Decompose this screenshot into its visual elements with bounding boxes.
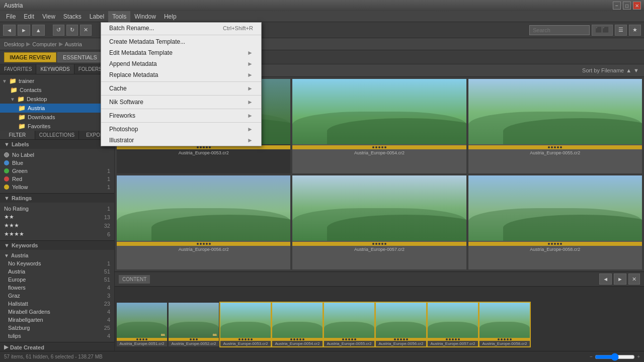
image-label-4: Austria_Europe-0058.cr2 (468, 246, 642, 253)
list-view-button[interactable]: ☰ (615, 25, 627, 36)
menu-stacks[interactable]: Stacks (59, 11, 86, 22)
image-cell-2[interactable]: Austria_Europe-0056.cr2 (117, 175, 290, 270)
dd-fireworks-arrow: ► (247, 112, 253, 119)
dd-append-metadata[interactable]: Append Metadata ► (101, 58, 261, 69)
rotate-left-button[interactable]: ↺ (53, 25, 64, 36)
filmstrip-scroll-left[interactable]: ◄ (599, 274, 612, 285)
filter-tab-collections[interactable]: COLLECTIONS (35, 131, 79, 139)
dd-niksoftware[interactable]: Nik Software ► (101, 97, 261, 108)
menu-tools[interactable]: Tools (108, 11, 130, 22)
breadcrumb-desktop[interactable]: Desktop (4, 41, 24, 47)
filter-tab-filter[interactable]: FILTER (0, 131, 35, 139)
back-button[interactable]: ◄ (3, 25, 16, 36)
up-button[interactable]: ▲ (32, 25, 45, 36)
label-blue[interactable]: Blue (0, 159, 114, 167)
film-item-0051[interactable]: 🏘 Austria_Europe-0051.cr2 (117, 303, 167, 346)
rotate-right-button[interactable]: ↻ (66, 25, 78, 36)
tab-favorites[interactable]: FAVORITES (0, 64, 36, 74)
kw-mirabellgardens[interactable]: Mirabell Gardens 4 (0, 308, 114, 316)
star-bar-1 (468, 145, 642, 149)
forward-button[interactable]: ► (18, 25, 30, 36)
zoom-out-icon[interactable]: − (590, 354, 593, 359)
label-yellow[interactable]: Yellow 1 (0, 183, 114, 191)
filmstrip-tab-content[interactable]: CONTENT (119, 275, 150, 284)
film-item-0054[interactable]: Austria_Europe-0054.cr2 (272, 303, 323, 346)
kw-graz-label: Graz (8, 293, 20, 299)
zoom-in-icon[interactable]: + (637, 354, 640, 359)
kw-austria-label: Austria (8, 268, 25, 275)
dd-photoshop[interactable]: Photoshop ► (101, 124, 261, 135)
dd-cache-arrow: ► (247, 85, 253, 92)
search-input[interactable] (529, 25, 590, 35)
nolabel-dot (4, 152, 9, 157)
dd-batch-rename[interactable]: Batch Rename... Ctrl+Shift+R (101, 23, 261, 34)
film-item-0056[interactable]: Austria_Europe-0056.cr2 (376, 303, 426, 346)
tree-contacts[interactable]: 📁 Contacts (0, 85, 114, 95)
filmstrip-close[interactable]: ✕ (628, 274, 640, 285)
star-bar-2 (117, 242, 290, 246)
menu-window[interactable]: Window (130, 11, 160, 22)
dd-replace-metadata-label: Replace Metadata (109, 71, 158, 78)
kw-mirabellgarten[interactable]: Mirabellgarten 4 (0, 316, 114, 324)
view-image-review[interactable]: IMAGE REVIEW (4, 52, 56, 62)
film-item-0058[interactable]: Austria_Europe-0058.cr2 (479, 303, 530, 346)
film-item-0052[interactable]: 🏘 Austria_Europe-0052.cr2 (169, 303, 219, 346)
filmstrip-scroll-right[interactable]: ► (614, 274, 626, 285)
rating-3star[interactable]: ★★★ 32 (0, 221, 114, 230)
ratings-header[interactable]: ▼ Ratings (0, 194, 114, 203)
menu-edit[interactable]: Edit (20, 11, 38, 22)
kw-flowers[interactable]: flowers 4 (0, 284, 114, 292)
tab-keywords[interactable]: KEYWORDS (36, 64, 74, 74)
tree-trainer[interactable]: ▼ 📁 trainer (0, 76, 114, 85)
maximize-button[interactable]: □ (623, 2, 631, 10)
film-item-0057[interactable]: Austria_Europe-0057.cr2 (428, 303, 478, 346)
kw-nokeywords[interactable]: No Keywords 1 (0, 259, 114, 267)
dd-fireworks[interactable]: Fireworks ► (101, 110, 261, 121)
film-item-0055[interactable]: Austria_Europe-0055.cr2 (324, 303, 374, 346)
menu-label[interactable]: Label (86, 11, 108, 22)
tree-favorites[interactable]: 📁 Favorites (0, 122, 114, 131)
keywords-header[interactable]: ▼ Keywords (0, 241, 114, 250)
tree-desktop[interactable]: ▼ 📁 Desktop (0, 95, 114, 104)
rating-4star[interactable]: ★★★★ 6 (0, 230, 114, 238)
kw-tulips[interactable]: tulips 4 (0, 332, 114, 340)
image-cell-3[interactable]: Austria_Europe-0057.cr2 (292, 175, 466, 270)
dd-replace-metadata[interactable]: Replace Metadata ► (101, 69, 261, 80)
dd-create-metadata[interactable]: Create Metadata Template... (101, 36, 261, 47)
minimize-button[interactable]: − (613, 2, 621, 10)
menu-file[interactable]: File (2, 11, 20, 22)
sort-control[interactable]: Sort by Filename ▲ ▼ (582, 67, 639, 73)
austria-keywords-header[interactable]: ▼ Austria (0, 252, 114, 259)
breadcrumb-austria[interactable]: Austria (65, 41, 82, 47)
label-nolabel[interactable]: No Label (0, 151, 114, 159)
view-essentials[interactable]: ESSENTIALS (57, 52, 103, 62)
grid-view-button[interactable]: ⬛⬛ (592, 25, 613, 36)
image-cell-1[interactable]: Austria_Europe-0055.cr2 (468, 79, 642, 173)
kw-austria[interactable]: Austria 51 (0, 267, 114, 276)
menu-help[interactable]: Help (160, 11, 181, 22)
kw-graz[interactable]: Graz 3 (0, 292, 114, 300)
tree-austria[interactable]: 📁 Austria (0, 104, 114, 113)
kw-salzburg[interactable]: Salzburg 25 (0, 324, 114, 332)
dd-cache[interactable]: Cache ► (101, 83, 261, 94)
star-filter-button[interactable]: ★ (629, 25, 641, 36)
delete-button[interactable]: ✕ (80, 25, 92, 36)
tree-downloads[interactable]: 📁 Downloads (0, 113, 114, 122)
close-button[interactable]: ✕ (633, 2, 641, 10)
label-green[interactable]: Green 1 (0, 167, 114, 175)
kw-europe[interactable]: Europe 51 (0, 276, 114, 284)
labels-header[interactable]: ▼ Labels (0, 140, 114, 149)
label-red[interactable]: Red 1 (0, 175, 114, 183)
menu-view[interactable]: View (38, 11, 59, 22)
breadcrumb-computer[interactable]: Computer (32, 41, 56, 47)
dd-illustrator[interactable]: Illustrator ► (101, 135, 261, 146)
image-cell-0[interactable]: Austria_Europe-0054.cr2 (292, 79, 466, 173)
rating-2star[interactable]: ★★ 13 (0, 213, 114, 221)
dd-edit-metadata[interactable]: Edit Metadata Template ► (101, 47, 261, 58)
film-item-0053[interactable]: 6 Austria_Europe-0053.cr2 (220, 303, 271, 346)
rating-none[interactable]: No Rating 1 (0, 205, 114, 213)
rating-3star-label: ★★★ (4, 222, 19, 229)
kw-hallstatt[interactable]: Hallstatt 23 (0, 300, 114, 308)
zoom-slider[interactable] (595, 353, 635, 361)
image-cell-4[interactable]: Austria_Europe-0058.cr2 (468, 175, 642, 270)
